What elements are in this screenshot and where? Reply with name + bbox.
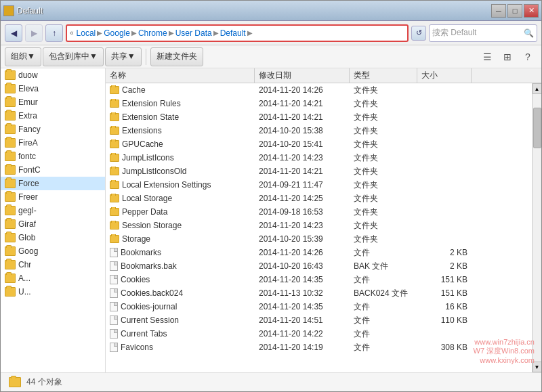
table-row[interactable]: Extension State2014-11-20 14:21文件夹 (106, 110, 532, 124)
col-header-date[interactable]: 修改日期 (255, 68, 350, 83)
folder-icon (5, 260, 16, 269)
file-name: JumpListIcons (122, 153, 174, 162)
share-button[interactable]: 共享▼ (105, 47, 142, 66)
include-button[interactable]: 包含到库中▼ (43, 47, 104, 66)
sidebar-item-goog[interactable]: Goog (1, 244, 105, 258)
file-date: 2014-10-20 15:38 (255, 126, 350, 135)
breadcrumb-arrows: « (70, 29, 74, 37)
file-name: Bookmarks.bak (121, 261, 177, 271)
folder-icon (110, 154, 119, 162)
table-row[interactable]: Current Tabs2014-11-20 14:22文件 (106, 327, 532, 341)
search-box[interactable]: 搜索 Default 🔍 (429, 24, 537, 42)
file-name: Current Tabs (121, 329, 167, 339)
sidebar-item-firea[interactable]: FireA (1, 136, 105, 150)
close-button[interactable]: ✕ (524, 4, 539, 18)
folder-icon (5, 125, 16, 134)
table-row[interactable]: Bookmarks2014-11-20 14:26文件2 KB (106, 246, 532, 259)
sidebar-item-emur[interactable]: Emur (1, 95, 105, 109)
file-name: Cookies.back024 (121, 288, 183, 298)
file-type: 文件夹 (350, 125, 417, 137)
table-row[interactable]: Cookies.back0242014-11-13 10:32BACK024 文… (106, 286, 532, 300)
file-date: 2014-10-20 16:43 (255, 261, 350, 271)
minimize-button[interactable]: ─ (491, 4, 506, 18)
table-row[interactable]: Cookies2014-11-20 14:35文件151 KB (106, 273, 532, 286)
file-type: 文件 (350, 301, 417, 313)
sidebar-item-fancy[interactable]: Fancy (1, 123, 105, 136)
refresh-button[interactable]: ↺ (411, 26, 426, 41)
breadcrumb-userdata[interactable]: User Data (175, 28, 212, 38)
toolbar-separator (146, 49, 146, 65)
col-header-size[interactable]: 大小 (417, 68, 472, 83)
table-row[interactable]: Favicons2014-11-20 14:19文件308 KB (106, 341, 532, 354)
file-icon (110, 302, 118, 311)
file-date: 2014-11-20 14:21 (255, 112, 350, 122)
table-row[interactable]: Storage2014-10-20 15:39文件夹 (106, 232, 532, 246)
table-row[interactable]: Local Storage2014-11-20 14:25文件夹 (106, 192, 532, 205)
sidebar-item-a[interactable]: A... (1, 271, 105, 285)
col-header-name[interactable]: 名称 (106, 68, 255, 83)
up-button[interactable]: ↑ (45, 24, 63, 42)
view-list-button[interactable]: ☰ (478, 47, 497, 66)
table-row[interactable]: JumpListIconsOld2014-11-20 14:21文件夹 (106, 165, 532, 178)
sidebar-item-freer[interactable]: Freer (1, 190, 105, 204)
maximize-button[interactable]: □ (507, 4, 522, 18)
sidebar-item-duow[interactable]: duow (1, 68, 105, 82)
table-row[interactable]: Cookies-journal2014-11-20 14:35文件16 KB (106, 300, 532, 313)
folder-icon (5, 84, 16, 93)
table-row[interactable]: Current Session2014-11-20 14:51文件110 KB (106, 313, 532, 327)
scrollbar[interactable]: ▲ ▼ (532, 83, 541, 372)
table-row[interactable]: Extension Rules2014-11-20 14:21文件夹 (106, 97, 532, 110)
folder-icon (5, 165, 16, 175)
sidebar-item-gegl[interactable]: gegl- (1, 204, 105, 217)
sidebar-item-eleva[interactable]: Eleva (1, 82, 105, 95)
sidebar-item-u[interactable]: U... (1, 285, 105, 299)
folder-icon (110, 167, 119, 175)
sidebar-item-giraf[interactable]: Giraf (1, 217, 105, 231)
scrollbar-thumb[interactable] (533, 108, 541, 148)
file-icon (110, 248, 118, 257)
table-row[interactable]: JumpListIcons2014-11-20 14:23文件夹 (106, 151, 532, 165)
folder-icon (110, 86, 119, 94)
help-button[interactable]: ? (518, 47, 537, 66)
folder-icon (5, 97, 16, 107)
file-date: 2014-11-20 14:21 (255, 99, 350, 108)
table-row[interactable]: Session Storage2014-11-20 14:23文件夹 (106, 219, 532, 232)
folder-icon (110, 127, 119, 135)
file-name: Pepper Data (122, 207, 167, 217)
organize-button[interactable]: 组织▼ (5, 47, 41, 66)
sidebar-item-chr[interactable]: Chr (1, 258, 105, 271)
folder-icon (5, 274, 16, 283)
sidebar-item-force[interactable]: Force (1, 177, 105, 190)
sidebar-item-fontc2[interactable]: FontC (1, 163, 105, 177)
folder-icon (110, 100, 119, 108)
table-row[interactable]: Extensions2014-10-20 15:38文件夹 (106, 124, 532, 137)
sidebar-item-extra[interactable]: Extra (1, 109, 105, 123)
breadcrumb-chrome[interactable]: Chrome (138, 28, 167, 38)
file-date: 2014-09-21 11:47 (255, 180, 350, 190)
view-icon-button[interactable]: ⊞ (498, 47, 517, 66)
file-type: BAK 文件 (350, 261, 417, 272)
file-type: BACK024 文件 (350, 288, 417, 299)
sidebar-item-fontc1[interactable]: fontc (1, 150, 105, 163)
file-name: Cookies-journal (121, 302, 177, 311)
table-row[interactable]: GPUCache2014-10-20 15:41文件夹 (106, 137, 532, 151)
folder-icon (5, 70, 16, 80)
new-folder-button[interactable]: 新建文件夹 (150, 47, 203, 66)
breadcrumb: Local ▶ Google ▶ Chrome ▶ User Data ▶ De… (77, 28, 404, 38)
breadcrumb-default[interactable]: Default (220, 28, 246, 38)
table-row[interactable]: Cache2014-11-20 14:26文件夹 (106, 83, 532, 97)
folder-icon (5, 233, 16, 242)
file-type: 文件 (350, 247, 417, 259)
breadcrumb-google[interactable]: Google (104, 28, 130, 38)
forward-button[interactable]: ▶ (25, 24, 43, 42)
back-button[interactable]: ◀ (5, 24, 22, 42)
sidebar-item-glob[interactable]: Glob (1, 231, 105, 244)
table-row[interactable]: Local Extension Settings2014-09-21 11:47… (106, 178, 532, 192)
breadcrumb-local[interactable]: Local (77, 28, 96, 38)
address-bar[interactable]: « Local ▶ Google ▶ Chrome ▶ User Data ▶ … (66, 24, 409, 42)
table-row[interactable]: Bookmarks.bak2014-10-20 16:43BAK 文件2 KB (106, 259, 532, 273)
folder-icon (110, 235, 119, 243)
col-header-type[interactable]: 类型 (350, 68, 417, 83)
table-row[interactable]: Pepper Data2014-09-18 16:53文件夹 (106, 205, 532, 219)
file-date: 2014-11-20 14:23 (255, 221, 350, 230)
